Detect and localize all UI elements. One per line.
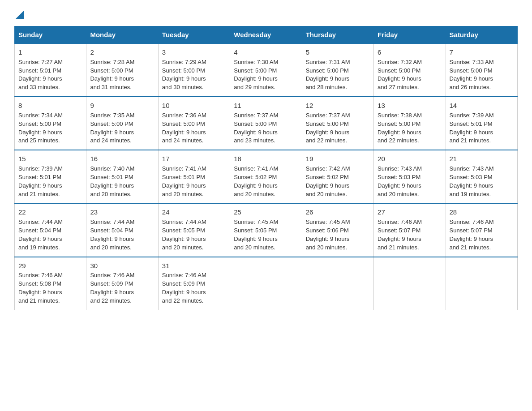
day-info-line: and 23 minutes. <box>234 137 275 144</box>
day-info-line: and 24 minutes. <box>90 137 132 144</box>
day-info-line: Daylight: 9 hours <box>450 235 493 242</box>
day-info-line: and 21 minutes. <box>450 137 491 144</box>
calendar-cell: 14Sunrise: 7:39 AMSunset: 5:01 PMDayligh… <box>446 97 517 150</box>
day-number: 24 <box>162 207 226 217</box>
calendar-cell: 11Sunrise: 7:37 AMSunset: 5:00 PMDayligh… <box>230 97 302 150</box>
calendar-cell: 6Sunrise: 7:32 AMSunset: 5:00 PMDaylight… <box>374 43 446 97</box>
day-info-line: Daylight: 9 hours <box>234 182 278 189</box>
day-info-line: and 20 minutes. <box>162 244 204 251</box>
day-info: Sunrise: 7:46 AMSunset: 5:07 PMDaylight:… <box>450 218 514 252</box>
day-info-line: Sunset: 5:00 PM <box>162 120 205 127</box>
day-info-line: Sunrise: 7:39 AM <box>18 165 63 172</box>
day-info-line: Sunrise: 7:46 AM <box>162 272 206 278</box>
day-info-line: Sunrise: 7:46 AM <box>450 218 494 225</box>
day-info-line: Daylight: 9 hours <box>378 182 421 189</box>
day-number: 26 <box>306 207 370 217</box>
day-info-line: Daylight: 9 hours <box>450 129 493 136</box>
day-info-line: Sunset: 5:07 PM <box>378 227 420 234</box>
day-info-line: and 21 minutes. <box>378 244 419 251</box>
day-info: Sunrise: 7:41 AMSunset: 5:02 PMDaylight:… <box>234 165 298 198</box>
day-info-line: Sunrise: 7:46 AM <box>18 272 63 278</box>
calendar-cell: 31Sunrise: 7:46 AMSunset: 5:09 PMDayligh… <box>158 257 230 310</box>
calendar-week-row: 22Sunrise: 7:44 AMSunset: 5:04 PMDayligh… <box>15 203 518 257</box>
calendar-week-row: 8Sunrise: 7:34 AMSunset: 5:00 PMDaylight… <box>15 97 518 150</box>
day-info: Sunrise: 7:27 AMSunset: 5:01 PMDaylight:… <box>18 58 82 92</box>
col-header-friday: Friday <box>374 26 446 44</box>
day-number: 20 <box>378 154 442 164</box>
calendar-cell: 7Sunrise: 7:33 AMSunset: 5:00 PMDaylight… <box>446 43 517 97</box>
day-number: 27 <box>378 207 442 217</box>
day-info-line: Sunrise: 7:44 AM <box>90 218 134 225</box>
day-info-line: Daylight: 9 hours <box>162 182 206 189</box>
day-info-line: and 20 minutes. <box>306 244 348 251</box>
day-number: 22 <box>18 207 82 217</box>
day-info-line: Sunrise: 7:42 AM <box>306 165 350 172</box>
calendar-cell: 23Sunrise: 7:44 AMSunset: 5:04 PMDayligh… <box>86 203 158 257</box>
day-info-line: and 19 minutes. <box>450 191 491 197</box>
day-info: Sunrise: 7:46 AMSunset: 5:09 PMDaylight:… <box>162 271 226 305</box>
day-info-line: and 28 minutes. <box>306 84 348 90</box>
col-header-saturday: Saturday <box>446 26 517 44</box>
day-info-line: and 24 minutes. <box>162 137 204 144</box>
day-info-line: Daylight: 9 hours <box>378 235 421 242</box>
day-info-line: Daylight: 9 hours <box>234 75 278 82</box>
day-info: Sunrise: 7:31 AMSunset: 5:00 PMDaylight:… <box>306 58 370 92</box>
day-info: Sunrise: 7:29 AMSunset: 5:00 PMDaylight:… <box>162 58 226 92</box>
day-info-line: Sunrise: 7:46 AM <box>90 272 134 278</box>
day-info-line: Sunrise: 7:28 AM <box>90 59 134 65</box>
day-number: 11 <box>234 101 298 111</box>
day-info-line: and 22 minutes. <box>306 137 348 144</box>
day-info-line: Sunset: 5:00 PM <box>378 67 420 74</box>
day-info-line: Sunrise: 7:46 AM <box>378 218 422 225</box>
calendar-cell: 15Sunrise: 7:39 AMSunset: 5:01 PMDayligh… <box>15 150 86 203</box>
day-info-line: Sunset: 5:00 PM <box>378 120 420 127</box>
day-info: Sunrise: 7:30 AMSunset: 5:00 PMDaylight:… <box>234 58 298 92</box>
day-info-line: and 20 minutes. <box>90 244 132 251</box>
day-info-line: and 20 minutes. <box>306 191 348 197</box>
day-info-line: and 20 minutes. <box>378 191 419 197</box>
day-info-line: Sunrise: 7:36 AM <box>162 112 206 119</box>
day-info: Sunrise: 7:46 AMSunset: 5:09 PMDaylight:… <box>90 271 154 305</box>
day-info-line: Sunset: 5:07 PM <box>450 227 493 234</box>
day-info-line: and 19 minutes. <box>18 244 60 251</box>
day-info-line: Sunset: 5:08 PM <box>18 280 61 287</box>
day-info-line: Sunrise: 7:41 AM <box>234 165 278 172</box>
day-info-line: Sunset: 5:01 PM <box>18 174 61 180</box>
day-info-line: Sunset: 5:00 PM <box>18 120 61 127</box>
day-number: 31 <box>162 261 226 271</box>
calendar-table: SundayMondayTuesdayWednesdayThursdayFrid… <box>14 26 518 310</box>
day-info-line: Sunset: 5:00 PM <box>306 67 349 74</box>
day-info-line: Sunrise: 7:39 AM <box>450 112 494 119</box>
day-number: 15 <box>18 154 82 164</box>
day-number: 16 <box>90 154 154 164</box>
calendar-cell: 17Sunrise: 7:41 AMSunset: 5:01 PMDayligh… <box>158 150 230 203</box>
calendar-cell: 16Sunrise: 7:40 AMSunset: 5:01 PMDayligh… <box>86 150 158 203</box>
day-number: 4 <box>234 47 298 57</box>
day-info-line: and 20 minutes. <box>234 191 275 197</box>
day-info: Sunrise: 7:32 AMSunset: 5:00 PMDaylight:… <box>378 58 442 92</box>
day-info: Sunrise: 7:36 AMSunset: 5:00 PMDaylight:… <box>162 111 226 145</box>
day-number: 1 <box>18 47 82 57</box>
day-number: 30 <box>90 261 154 271</box>
day-info: Sunrise: 7:46 AMSunset: 5:07 PMDaylight:… <box>378 218 442 252</box>
day-info-line: Sunrise: 7:29 AM <box>162 59 206 65</box>
calendar-cell: 19Sunrise: 7:42 AMSunset: 5:02 PMDayligh… <box>302 150 373 203</box>
day-info-line: Sunrise: 7:34 AM <box>18 112 63 119</box>
day-info: Sunrise: 7:39 AMSunset: 5:01 PMDaylight:… <box>450 111 514 145</box>
day-info-line: Sunset: 5:00 PM <box>90 67 133 74</box>
day-info-line: Sunrise: 7:43 AM <box>450 165 494 172</box>
day-number: 3 <box>162 47 226 57</box>
col-header-thursday: Thursday <box>302 26 373 44</box>
day-number: 21 <box>450 154 514 164</box>
calendar-cell: 2Sunrise: 7:28 AMSunset: 5:00 PMDaylight… <box>86 43 158 97</box>
calendar-week-row: 15Sunrise: 7:39 AMSunset: 5:01 PMDayligh… <box>15 150 518 203</box>
day-info-line: Daylight: 9 hours <box>306 129 350 136</box>
day-info-line: Daylight: 9 hours <box>18 75 62 82</box>
day-info-line: Sunset: 5:00 PM <box>450 67 493 74</box>
day-info: Sunrise: 7:43 AMSunset: 5:03 PMDaylight:… <box>450 165 514 198</box>
day-number: 17 <box>162 154 226 164</box>
page-header <box>14 11 518 19</box>
day-info-line: Daylight: 9 hours <box>18 129 62 136</box>
day-info-line: Sunset: 5:06 PM <box>306 227 349 234</box>
calendar-cell: 1Sunrise: 7:27 AMSunset: 5:01 PMDaylight… <box>15 43 86 97</box>
